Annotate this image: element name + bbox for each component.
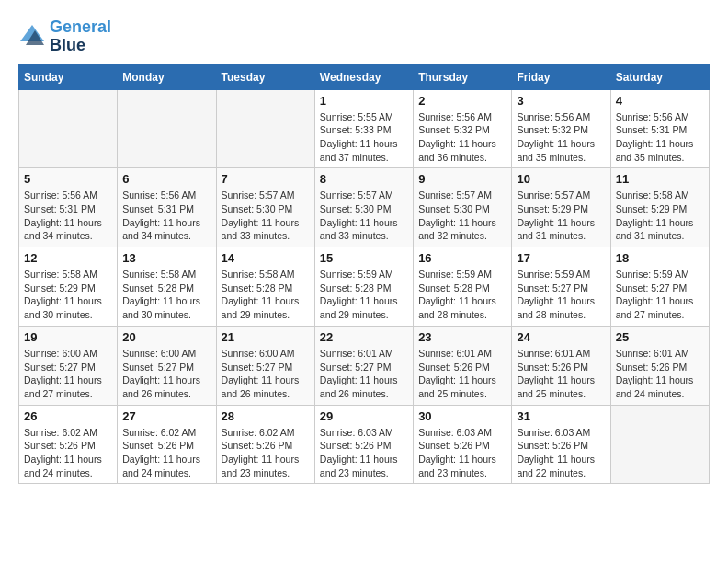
calendar-cell: 19Sunrise: 6:00 AM Sunset: 5:27 PM Dayli… (19, 326, 118, 405)
calendar-cell: 9Sunrise: 5:57 AM Sunset: 5:30 PM Daylig… (414, 168, 512, 247)
calendar-cell: 26Sunrise: 6:02 AM Sunset: 5:26 PM Dayli… (19, 405, 118, 484)
day-number: 17 (517, 251, 605, 265)
col-header-monday: Monday (118, 64, 216, 89)
day-number: 12 (24, 251, 112, 265)
calendar-cell (118, 89, 216, 168)
day-info: Sunrise: 6:03 AM Sunset: 5:26 PM Dayligh… (320, 426, 408, 480)
day-info: Sunrise: 6:00 AM Sunset: 5:27 PM Dayligh… (122, 347, 210, 401)
day-info: Sunrise: 5:57 AM Sunset: 5:29 PM Dayligh… (517, 189, 605, 243)
calendar-cell: 3Sunrise: 5:56 AM Sunset: 5:32 PM Daylig… (512, 89, 610, 168)
day-info: Sunrise: 5:59 AM Sunset: 5:27 PM Dayligh… (517, 268, 605, 322)
calendar-week-2: 5Sunrise: 5:56 AM Sunset: 5:31 PM Daylig… (19, 168, 710, 247)
day-number: 29 (320, 409, 408, 423)
calendar-week-1: 1Sunrise: 5:55 AM Sunset: 5:33 PM Daylig… (19, 89, 710, 168)
logo-text: General Blue (50, 18, 111, 55)
calendar-cell: 12Sunrise: 5:58 AM Sunset: 5:29 PM Dayli… (19, 247, 118, 327)
day-info: Sunrise: 6:01 AM Sunset: 5:26 PM Dayligh… (418, 347, 506, 401)
col-header-saturday: Saturday (610, 64, 709, 89)
calendar-cell: 23Sunrise: 6:01 AM Sunset: 5:26 PM Dayli… (414, 326, 512, 405)
calendar-cell: 28Sunrise: 6:02 AM Sunset: 5:26 PM Dayli… (216, 405, 314, 484)
day-info: Sunrise: 6:02 AM Sunset: 5:26 PM Dayligh… (122, 426, 210, 480)
calendar-cell: 16Sunrise: 5:59 AM Sunset: 5:28 PM Dayli… (414, 247, 512, 327)
day-number: 6 (122, 172, 210, 186)
col-header-tuesday: Tuesday (216, 64, 314, 89)
day-info: Sunrise: 5:57 AM Sunset: 5:30 PM Dayligh… (320, 189, 408, 243)
day-number: 13 (122, 251, 210, 265)
day-info: Sunrise: 5:57 AM Sunset: 5:30 PM Dayligh… (418, 189, 506, 243)
day-number: 22 (320, 330, 408, 344)
day-number: 15 (320, 251, 408, 265)
day-info: Sunrise: 5:58 AM Sunset: 5:29 PM Dayligh… (616, 189, 704, 243)
calendar-week-4: 19Sunrise: 6:00 AM Sunset: 5:27 PM Dayli… (19, 326, 710, 405)
calendar-cell: 4Sunrise: 5:56 AM Sunset: 5:31 PM Daylig… (610, 89, 709, 168)
calendar-cell: 17Sunrise: 5:59 AM Sunset: 5:27 PM Dayli… (512, 247, 610, 327)
day-info: Sunrise: 6:00 AM Sunset: 5:27 PM Dayligh… (222, 347, 310, 401)
day-info: Sunrise: 5:56 AM Sunset: 5:31 PM Dayligh… (24, 189, 112, 243)
calendar-cell: 15Sunrise: 5:59 AM Sunset: 5:28 PM Dayli… (314, 247, 413, 327)
day-number: 8 (320, 172, 408, 186)
calendar-week-5: 26Sunrise: 6:02 AM Sunset: 5:26 PM Dayli… (19, 405, 710, 484)
page-header: General Blue (18, 18, 710, 55)
day-info: Sunrise: 5:55 AM Sunset: 5:33 PM Dayligh… (320, 110, 408, 165)
day-number: 25 (616, 330, 704, 344)
day-number: 4 (616, 94, 704, 108)
calendar-cell: 13Sunrise: 5:58 AM Sunset: 5:28 PM Dayli… (118, 247, 216, 327)
day-info: Sunrise: 5:59 AM Sunset: 5:27 PM Dayligh… (616, 268, 704, 322)
day-info: Sunrise: 5:57 AM Sunset: 5:30 PM Dayligh… (222, 189, 310, 243)
calendar-cell: 1Sunrise: 5:55 AM Sunset: 5:33 PM Daylig… (314, 89, 413, 168)
calendar-cell: 27Sunrise: 6:02 AM Sunset: 5:26 PM Dayli… (118, 405, 216, 484)
day-number: 1 (320, 94, 408, 108)
calendar-cell: 6Sunrise: 5:56 AM Sunset: 5:31 PM Daylig… (118, 168, 216, 247)
calendar-week-3: 12Sunrise: 5:58 AM Sunset: 5:29 PM Dayli… (19, 247, 710, 327)
day-number: 31 (517, 409, 605, 423)
day-number: 7 (222, 172, 310, 186)
day-info: Sunrise: 5:56 AM Sunset: 5:31 PM Dayligh… (616, 110, 704, 165)
day-number: 3 (517, 94, 605, 108)
day-info: Sunrise: 5:56 AM Sunset: 5:31 PM Dayligh… (122, 189, 210, 243)
calendar-cell: 29Sunrise: 6:03 AM Sunset: 5:26 PM Dayli… (314, 405, 413, 484)
calendar-cell: 24Sunrise: 6:01 AM Sunset: 5:26 PM Dayli… (512, 326, 610, 405)
day-info: Sunrise: 5:58 AM Sunset: 5:29 PM Dayligh… (24, 268, 112, 322)
day-number: 16 (418, 251, 506, 265)
calendar-cell: 8Sunrise: 5:57 AM Sunset: 5:30 PM Daylig… (314, 168, 413, 247)
day-number: 30 (418, 409, 506, 423)
day-info: Sunrise: 6:00 AM Sunset: 5:27 PM Dayligh… (24, 347, 112, 401)
calendar-cell (610, 405, 709, 484)
day-info: Sunrise: 5:58 AM Sunset: 5:28 PM Dayligh… (122, 268, 210, 322)
calendar-cell: 30Sunrise: 6:03 AM Sunset: 5:26 PM Dayli… (414, 405, 512, 484)
calendar-cell: 18Sunrise: 5:59 AM Sunset: 5:27 PM Dayli… (610, 247, 709, 327)
day-number: 19 (24, 330, 112, 344)
day-info: Sunrise: 6:01 AM Sunset: 5:27 PM Dayligh… (320, 347, 408, 401)
calendar-cell: 21Sunrise: 6:00 AM Sunset: 5:27 PM Dayli… (216, 326, 314, 405)
col-header-thursday: Thursday (414, 64, 512, 89)
calendar-cell: 10Sunrise: 5:57 AM Sunset: 5:29 PM Dayli… (512, 168, 610, 247)
logo-icon (18, 23, 46, 51)
calendar-cell: 22Sunrise: 6:01 AM Sunset: 5:27 PM Dayli… (314, 326, 413, 405)
day-number: 26 (24, 409, 112, 423)
calendar-cell: 11Sunrise: 5:58 AM Sunset: 5:29 PM Dayli… (610, 168, 709, 247)
day-info: Sunrise: 6:02 AM Sunset: 5:26 PM Dayligh… (24, 426, 112, 480)
day-info: Sunrise: 5:56 AM Sunset: 5:32 PM Dayligh… (418, 110, 506, 165)
calendar-cell: 14Sunrise: 5:58 AM Sunset: 5:28 PM Dayli… (216, 247, 314, 327)
day-info: Sunrise: 5:59 AM Sunset: 5:28 PM Dayligh… (418, 268, 506, 322)
day-info: Sunrise: 6:02 AM Sunset: 5:26 PM Dayligh… (222, 426, 310, 480)
calendar-cell: 2Sunrise: 5:56 AM Sunset: 5:32 PM Daylig… (414, 89, 512, 168)
day-info: Sunrise: 6:03 AM Sunset: 5:26 PM Dayligh… (517, 426, 605, 480)
calendar-cell: 7Sunrise: 5:57 AM Sunset: 5:30 PM Daylig… (216, 168, 314, 247)
col-header-sunday: Sunday (19, 64, 118, 89)
calendar-cell (216, 89, 314, 168)
calendar-cell: 25Sunrise: 6:01 AM Sunset: 5:26 PM Dayli… (610, 326, 709, 405)
day-number: 21 (222, 330, 310, 344)
col-header-wednesday: Wednesday (314, 64, 413, 89)
calendar-cell: 20Sunrise: 6:00 AM Sunset: 5:27 PM Dayli… (118, 326, 216, 405)
day-info: Sunrise: 5:59 AM Sunset: 5:28 PM Dayligh… (320, 268, 408, 322)
logo: General Blue (18, 18, 111, 55)
day-number: 18 (616, 251, 704, 265)
day-number: 27 (122, 409, 210, 423)
day-number: 20 (122, 330, 210, 344)
day-number: 14 (222, 251, 310, 265)
calendar-cell: 5Sunrise: 5:56 AM Sunset: 5:31 PM Daylig… (19, 168, 118, 247)
day-info: Sunrise: 5:56 AM Sunset: 5:32 PM Dayligh… (517, 110, 605, 165)
day-info: Sunrise: 5:58 AM Sunset: 5:28 PM Dayligh… (222, 268, 310, 322)
day-number: 5 (24, 172, 112, 186)
